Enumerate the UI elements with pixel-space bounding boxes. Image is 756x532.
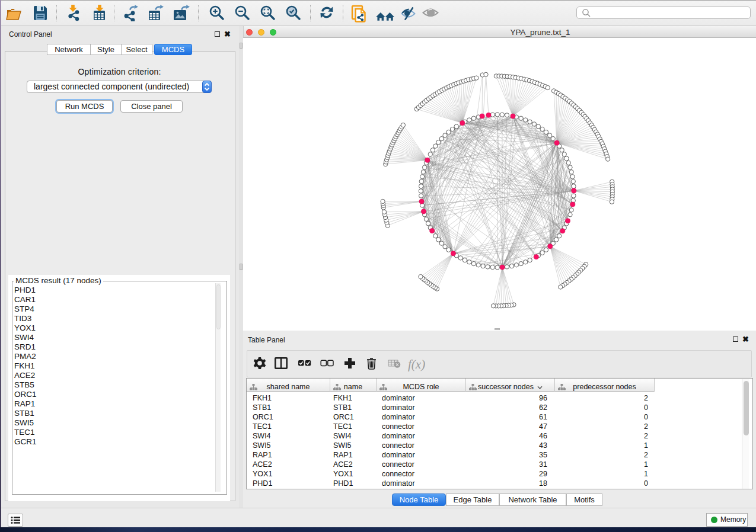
- svg-text:f(x): f(x): [408, 357, 425, 371]
